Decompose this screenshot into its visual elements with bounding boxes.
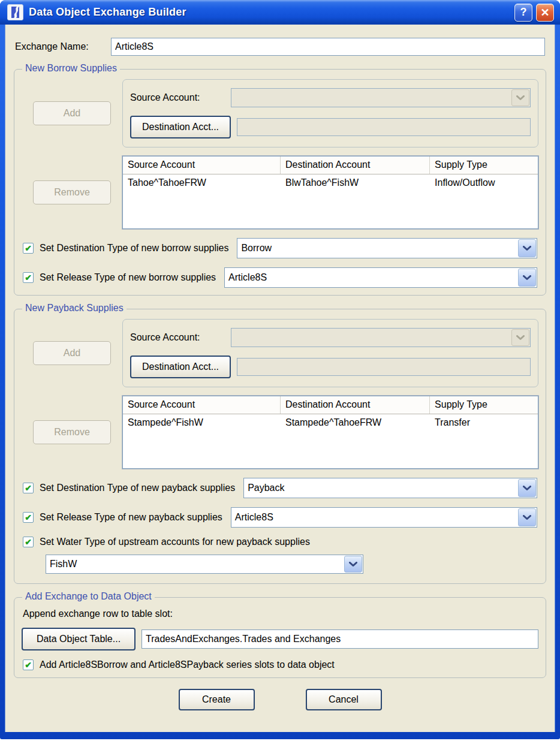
payback-remove-button[interactable]: Remove xyxy=(33,420,111,444)
table-row[interactable]: Stampede^FishW Stampede^TahoeFRW Transfe… xyxy=(123,414,538,431)
payback-source-account-combo[interactable] xyxy=(231,328,531,347)
add-series-slots-checkbox[interactable]: ✔ xyxy=(23,659,34,670)
borrow-set-release-type-checkbox[interactable]: ✔ xyxy=(23,272,34,283)
chevron-down-icon[interactable] xyxy=(511,89,529,106)
borrow-group-title: New Borrow Supplies xyxy=(22,63,120,74)
borrow-set-destination-type-label: Set Destination Type of new borrow suppl… xyxy=(40,243,228,254)
borrow-destination-acct-field xyxy=(237,118,531,136)
borrow-release-type-value: Article8S xyxy=(225,268,517,287)
borrow-release-type-combo[interactable]: Article8S xyxy=(224,267,537,288)
supply-type-cell: Inflow/Outflow xyxy=(430,174,538,191)
borrow-source-account-combo[interactable] xyxy=(231,88,531,107)
column-header[interactable]: Source Account xyxy=(123,156,281,174)
borrow-supplies-group: New Borrow Supplies Add Source Account: xyxy=(14,69,546,296)
exchange-name-label: Exchange Name: xyxy=(15,41,111,52)
destination-account-cell: BlwTahoe^FishW xyxy=(281,174,430,191)
borrow-add-button[interactable]: Add xyxy=(33,101,111,125)
chevron-down-icon[interactable] xyxy=(518,508,536,526)
borrow-destination-acct-button[interactable]: Destination Acct... xyxy=(130,116,231,138)
create-button[interactable]: Create xyxy=(179,689,255,710)
payback-set-water-type-label: Set Water Type of upstream accounts for … xyxy=(40,537,310,547)
cancel-button[interactable]: Cancel xyxy=(306,689,382,710)
payback-set-release-type-label: Set Release Type of new payback supplies xyxy=(40,512,222,523)
append-row-label: Append exchange row to table slot: xyxy=(23,609,537,619)
payback-release-type-value: Article8S xyxy=(231,508,517,527)
borrow-set-destination-type-checkbox[interactable]: ✔ xyxy=(23,243,34,254)
payback-source-account-value xyxy=(231,329,511,347)
payback-set-destination-type-checkbox[interactable]: ✔ xyxy=(23,483,34,493)
payback-add-button[interactable]: Add xyxy=(33,341,111,365)
column-header[interactable]: Destination Account xyxy=(281,396,430,414)
borrow-source-account-value xyxy=(231,89,511,107)
column-header[interactable]: Supply Type xyxy=(430,156,538,174)
add-exchange-group-title: Add Exchange to Data Object xyxy=(22,591,155,602)
borrow-new-supply-panel: Source Account: Destination Acct... xyxy=(122,79,538,147)
payback-release-type-combo[interactable]: Article8S xyxy=(231,507,537,528)
column-header[interactable]: Destination Account xyxy=(281,156,430,174)
chevron-down-icon[interactable] xyxy=(518,479,536,497)
table-row[interactable]: Tahoe^TahoeFRW BlwTahoe^FishW Inflow/Out… xyxy=(123,174,538,191)
chevron-down-icon[interactable] xyxy=(511,329,529,346)
borrow-destination-type-value: Borrow xyxy=(237,239,517,258)
supply-type-cell: Transfer xyxy=(430,414,538,431)
payback-set-destination-type-label: Set Destination Type of new payback supp… xyxy=(40,483,235,493)
chevron-down-icon[interactable] xyxy=(344,556,362,573)
column-header[interactable]: Source Account xyxy=(123,396,281,414)
payback-set-release-type-checkbox[interactable]: ✔ xyxy=(23,512,34,523)
borrow-supplies-table[interactable]: Source Account Destination Account Suppl… xyxy=(122,156,538,229)
riverware-logo-icon xyxy=(9,6,22,19)
help-button[interactable]: ? xyxy=(514,4,532,22)
payback-water-type-value: FishW xyxy=(46,555,344,573)
payback-supplies-group: New Payback Supplies Add Source Account: xyxy=(14,309,546,584)
borrow-remove-button[interactable]: Remove xyxy=(33,180,111,204)
chevron-down-icon[interactable] xyxy=(518,269,536,287)
source-account-cell: Stampede^FishW xyxy=(123,414,281,431)
borrow-set-release-type-label: Set Release Type of new borrow supplies xyxy=(40,272,216,283)
chevron-down-icon[interactable] xyxy=(518,239,536,257)
payback-destination-type-combo[interactable]: Payback xyxy=(243,478,537,498)
exchange-name-input[interactable] xyxy=(111,38,545,56)
payback-new-supply-panel: Source Account: Destination Acct... xyxy=(122,319,538,387)
data-object-table-button[interactable]: Data Object Table... xyxy=(22,628,136,650)
app-icon xyxy=(7,4,23,20)
payback-destination-acct-button[interactable]: Destination Acct... xyxy=(130,356,231,378)
source-account-cell: Tahoe^TahoeFRW xyxy=(123,174,281,191)
payback-destination-type-value: Payback xyxy=(244,478,517,498)
destination-account-cell: Stampede^TahoeFRW xyxy=(281,414,430,431)
payback-source-account-label: Source Account: xyxy=(130,332,231,343)
dialog-window: Data Object Exchange Builder ? ✕ Exchang… xyxy=(0,0,560,739)
add-exchange-group: Add Exchange to Data Object Append excha… xyxy=(14,597,546,678)
column-header[interactable]: Supply Type xyxy=(430,396,538,414)
borrow-source-account-label: Source Account: xyxy=(130,92,231,103)
dialog-body: Exchange Name: New Borrow Supplies Add S… xyxy=(5,25,555,732)
title-bar[interactable]: Data Object Exchange Builder ? ✕ xyxy=(0,0,560,25)
data-object-table-field[interactable] xyxy=(141,629,538,649)
payback-group-title: New Payback Supplies xyxy=(22,303,127,314)
payback-destination-acct-field xyxy=(237,358,531,376)
payback-supplies-table[interactable]: Source Account Destination Account Suppl… xyxy=(122,396,538,469)
close-button[interactable]: ✕ xyxy=(536,4,554,22)
window-title: Data Object Exchange Builder xyxy=(29,6,511,19)
add-series-slots-label: Add Article8SBorrow and Article8SPayback… xyxy=(40,659,335,670)
payback-set-water-type-checkbox[interactable]: ✔ xyxy=(23,537,34,547)
borrow-destination-type-combo[interactable]: Borrow xyxy=(237,238,537,258)
payback-water-type-combo[interactable]: FishW xyxy=(46,555,363,574)
